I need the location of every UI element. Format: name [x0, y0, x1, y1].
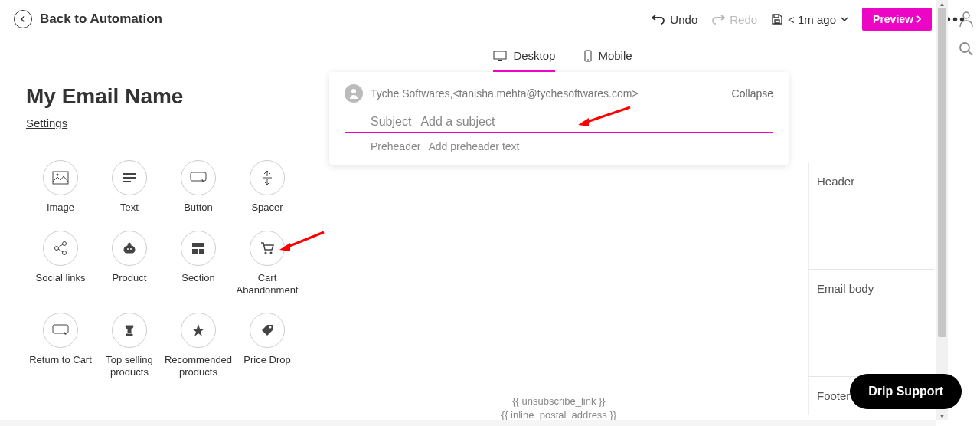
block-spacer[interactable]: Spacer [233, 160, 302, 214]
svg-point-24 [351, 89, 356, 93]
section-email-body[interactable]: Email body [808, 270, 934, 377]
recommended-icon [191, 323, 205, 337]
svg-point-16 [265, 252, 267, 254]
svg-line-27 [969, 51, 972, 55]
block-text[interactable]: Text [95, 160, 164, 214]
tab-desktop[interactable]: Desktop [493, 49, 555, 72]
svg-point-6 [55, 247, 59, 251]
spacer-icon [261, 170, 273, 185]
email-name-title[interactable]: My Email Name [26, 84, 296, 109]
svg-point-25 [963, 12, 969, 18]
svg-point-23 [588, 59, 590, 61]
svg-rect-15 [199, 249, 204, 254]
scroll-up-icon[interactable]: ▲ [936, 0, 948, 8]
mobile-icon [584, 50, 592, 62]
subject-input[interactable]: Add a subject [420, 115, 773, 129]
block-social-links[interactable]: Social links [26, 231, 95, 296]
svg-line-10 [58, 249, 63, 252]
desktop-icon [493, 51, 507, 61]
back-to-automation-button[interactable]: Back to Automation [14, 10, 162, 28]
settings-link[interactable]: Settings [26, 116, 67, 129]
chevron-down-icon [841, 17, 848, 21]
section-icon [191, 242, 205, 254]
search-icon[interactable] [959, 41, 974, 57]
collapse-button[interactable]: Collapse [732, 87, 773, 100]
block-recommended[interactable]: Recommended products [164, 313, 233, 378]
tab-mobile[interactable]: Mobile [584, 49, 632, 72]
bottom-bar [0, 420, 936, 426]
product-icon [122, 241, 137, 256]
undo-icon [652, 14, 665, 25]
block-return-to-cart[interactable]: Return to Cart [26, 313, 95, 378]
svg-point-19 [270, 326, 272, 329]
price-drop-icon [260, 323, 274, 337]
svg-point-17 [270, 252, 273, 254]
svg-line-9 [58, 244, 63, 247]
vertical-scrollbar[interactable]: ▲ ▼ [936, 0, 948, 420]
preview-button[interactable]: Preview [862, 8, 932, 31]
svg-rect-0 [53, 172, 68, 184]
text-icon [122, 172, 136, 183]
sender-avatar-icon [345, 84, 363, 103]
return-to-cart-icon [52, 324, 69, 336]
preheader-label: Preheader [371, 140, 420, 152]
support-chat-button[interactable]: Drip Support [850, 374, 962, 409]
scroll-down-icon[interactable]: ▼ [936, 412, 948, 420]
chevron-left-icon [14, 10, 32, 28]
save-icon [771, 13, 783, 25]
back-label: Back to Automation [40, 11, 162, 27]
svg-point-1 [57, 174, 59, 176]
svg-rect-14 [192, 249, 198, 254]
subject-label: Subject [371, 115, 411, 129]
svg-rect-5 [191, 172, 206, 181]
svg-point-8 [63, 251, 67, 255]
redo-button: Redo [711, 13, 757, 26]
svg-point-11 [127, 248, 129, 250]
block-cart-abandonment[interactable]: Cart Abandonment [233, 231, 302, 296]
block-button[interactable]: Button [164, 160, 233, 214]
block-product[interactable]: Product [95, 231, 164, 296]
image-icon [52, 171, 69, 185]
preheader-input[interactable]: Add preheader text [428, 140, 519, 152]
block-price-drop[interactable]: Price Drop [233, 313, 302, 378]
chevron-right-icon [916, 15, 921, 23]
svg-rect-18 [53, 325, 68, 333]
block-section[interactable]: Section [164, 231, 233, 296]
svg-point-12 [130, 248, 132, 250]
social-links-icon [53, 241, 68, 256]
top-selling-icon [122, 323, 136, 337]
section-header[interactable]: Header [808, 162, 934, 270]
block-image[interactable]: Image [26, 160, 95, 214]
svg-point-7 [63, 242, 67, 246]
block-top-selling[interactable]: Top selling products [95, 313, 164, 378]
blocks-grid: Image Text Button Spacer Social links Pr… [26, 160, 296, 378]
email-header-card: Tyche Softwares,<tanisha.mehta@tychesoft… [329, 72, 789, 165]
save-status[interactable]: < 1m ago [771, 13, 848, 26]
svg-rect-13 [192, 243, 204, 247]
svg-rect-20 [494, 51, 506, 59]
sender-text: Tyche Softwares,<tanisha.mehta@tychesoft… [371, 87, 724, 100]
user-icon[interactable] [959, 11, 974, 28]
button-icon [190, 172, 207, 184]
undo-button[interactable]: Undo [652, 13, 697, 26]
scroll-thumb[interactable] [938, 8, 946, 337]
cart-abandonment-icon [260, 241, 275, 255]
email-footer-tokens: {{ unsubscribe_link }} {{ inline_postal_… [329, 395, 789, 422]
svg-point-26 [960, 43, 969, 52]
redo-icon [711, 14, 725, 25]
